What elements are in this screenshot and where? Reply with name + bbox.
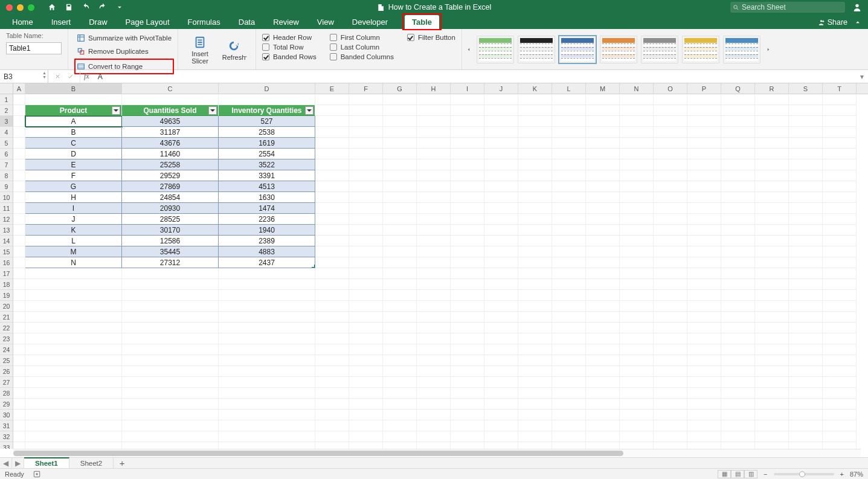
- cell[interactable]: [755, 301, 789, 312]
- cell[interactable]: [687, 116, 721, 127]
- cell[interactable]: [755, 344, 789, 355]
- cell[interactable]: [219, 279, 315, 290]
- cell[interactable]: [417, 192, 451, 203]
- cell[interactable]: [315, 214, 349, 225]
- cell[interactable]: [823, 312, 857, 323]
- row-header[interactable]: 5: [0, 138, 13, 149]
- row-header[interactable]: 18: [0, 279, 13, 290]
- cell[interactable]: [586, 399, 620, 410]
- cell[interactable]: [383, 105, 417, 116]
- cell[interactable]: [586, 246, 620, 257]
- cell[interactable]: [654, 94, 687, 105]
- ribbon-tab-table[interactable]: Table: [405, 15, 439, 29]
- cell[interactable]: [315, 301, 349, 312]
- column-header[interactable]: E: [315, 83, 349, 94]
- cell[interactable]: [620, 323, 654, 333]
- option-first-column[interactable]: First Column: [330, 34, 394, 41]
- cell[interactable]: [687, 149, 721, 159]
- cell[interactable]: [219, 301, 315, 312]
- cell[interactable]: [586, 279, 620, 290]
- cell[interactable]: [417, 442, 451, 449]
- cell[interactable]: J: [25, 214, 122, 225]
- cell[interactable]: [383, 225, 417, 236]
- cell[interactable]: [451, 192, 484, 203]
- cell[interactable]: [789, 159, 823, 170]
- cell[interactable]: 3522: [219, 159, 315, 170]
- cell[interactable]: [518, 116, 552, 127]
- cell[interactable]: [687, 290, 721, 301]
- cell[interactable]: [721, 301, 755, 312]
- cell[interactable]: [315, 323, 349, 333]
- table-style-preset[interactable]: [559, 36, 596, 63]
- cell[interactable]: [383, 203, 417, 214]
- ribbon-tab-home[interactable]: Home: [11, 15, 34, 29]
- cell[interactable]: [518, 399, 552, 410]
- cell[interactable]: [451, 116, 484, 127]
- cell[interactable]: [13, 442, 25, 449]
- cell[interactable]: [25, 399, 122, 410]
- cell[interactable]: [721, 323, 755, 333]
- row-header[interactable]: 9: [0, 181, 13, 192]
- cell[interactable]: [518, 257, 552, 268]
- cell[interactable]: [383, 420, 417, 431]
- cell[interactable]: [654, 149, 687, 159]
- cell[interactable]: [451, 214, 484, 225]
- cell[interactable]: [789, 344, 823, 355]
- cell[interactable]: [13, 366, 25, 377]
- cell[interactable]: [451, 290, 484, 301]
- cell[interactable]: [417, 170, 451, 181]
- column-header[interactable]: S: [789, 83, 823, 94]
- cell[interactable]: [13, 116, 25, 127]
- cell[interactable]: [586, 377, 620, 388]
- row-header[interactable]: 11: [0, 203, 13, 214]
- fx-icon[interactable]: fx: [80, 70, 93, 83]
- cell[interactable]: [315, 344, 349, 355]
- cell[interactable]: 2538: [219, 127, 315, 138]
- ribbon-tab-draw[interactable]: Draw: [88, 15, 108, 29]
- cell[interactable]: 25258: [122, 159, 219, 170]
- cancel-formula-icon[interactable]: [54, 73, 61, 80]
- cell[interactable]: [687, 203, 721, 214]
- cell[interactable]: [417, 399, 451, 410]
- cell[interactable]: [620, 138, 654, 149]
- cell[interactable]: [417, 181, 451, 192]
- cell[interactable]: [755, 290, 789, 301]
- cell[interactable]: [687, 377, 721, 388]
- cell[interactable]: [721, 246, 755, 257]
- cell[interactable]: [484, 420, 518, 431]
- cell[interactable]: [721, 344, 755, 355]
- cell[interactable]: [552, 170, 586, 181]
- cell[interactable]: 43676: [122, 138, 219, 149]
- cell[interactable]: [122, 268, 219, 279]
- row-header[interactable]: 24: [0, 344, 13, 355]
- user-account-icon[interactable]: [852, 2, 862, 12]
- cell[interactable]: [484, 344, 518, 355]
- expand-formula-bar-icon[interactable]: ▾: [856, 70, 868, 83]
- cell[interactable]: [755, 442, 789, 449]
- cell[interactable]: [823, 149, 857, 159]
- cell[interactable]: [484, 236, 518, 246]
- option-banded-rows[interactable]: Banded Rows: [262, 53, 317, 60]
- cell[interactable]: [518, 181, 552, 192]
- cell[interactable]: [755, 192, 789, 203]
- cell[interactable]: [755, 355, 789, 366]
- cell[interactable]: [383, 399, 417, 410]
- cell[interactable]: [654, 442, 687, 449]
- cell[interactable]: [552, 94, 586, 105]
- cell[interactable]: [620, 246, 654, 257]
- cell[interactable]: [315, 116, 349, 127]
- column-header[interactable]: T: [823, 83, 857, 94]
- undo-icon[interactable]: [82, 3, 90, 11]
- cell[interactable]: [13, 355, 25, 366]
- row-header[interactable]: 7: [0, 159, 13, 170]
- cell[interactable]: [620, 268, 654, 279]
- cell[interactable]: [383, 344, 417, 355]
- cell[interactable]: [122, 431, 219, 442]
- row-header[interactable]: 16: [0, 257, 13, 268]
- table-style-preset[interactable]: [477, 36, 514, 63]
- cell[interactable]: [315, 94, 349, 105]
- cell[interactable]: I: [25, 203, 122, 214]
- cell[interactable]: [25, 420, 122, 431]
- cell[interactable]: Inventory Quantities: [219, 105, 315, 116]
- row-header[interactable]: 33: [0, 442, 13, 449]
